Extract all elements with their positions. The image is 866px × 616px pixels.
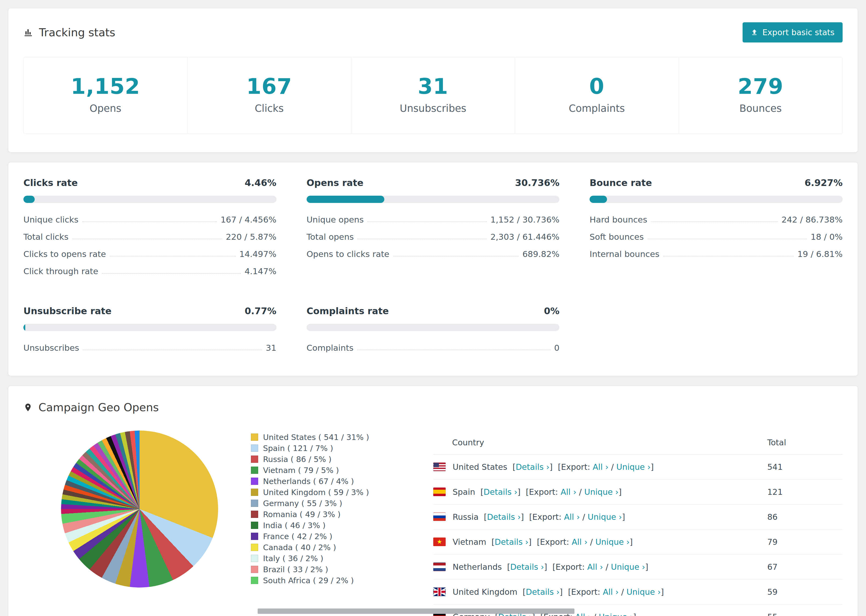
horizontal-scrollbar[interactable] xyxy=(258,608,575,614)
rate-row-value: 4.147% xyxy=(244,266,276,276)
country-name: Spain xyxy=(453,487,475,497)
rate-title: Bounce rate xyxy=(589,178,652,188)
export-label: Export: xyxy=(571,587,600,597)
export-all-link[interactable]: All › xyxy=(593,462,609,472)
rate-value: 0.77% xyxy=(245,306,277,316)
details-link[interactable]: Details › xyxy=(483,487,518,497)
country-cell: United Kingdom [Details ›] [Export: All … xyxy=(433,587,767,597)
rate-row: Hard bounces 242 / 86.738% xyxy=(589,211,842,228)
export-unique-link[interactable]: Unique › xyxy=(611,562,645,572)
export-unique-link[interactable]: Unique › xyxy=(595,537,630,547)
bracket: ] xyxy=(521,512,524,522)
legend-swatch xyxy=(251,577,258,584)
rate-row: Click through rate 4.147% xyxy=(24,262,277,280)
export-all-link[interactable]: All › xyxy=(575,612,591,616)
country-flag-icon xyxy=(433,462,446,471)
export-unique-link[interactable]: Unique › xyxy=(616,462,650,472)
rate-value: 30.736% xyxy=(515,178,559,188)
rate-title: Clicks rate xyxy=(24,178,78,188)
complaints-rate-block: Complaints rate 0% Complaints 0 xyxy=(307,306,560,357)
geo-pie-chart[interactable] xyxy=(61,431,218,588)
total-column-header: Total xyxy=(767,438,842,447)
dotted-leader xyxy=(72,239,222,239)
details-link[interactable]: Details › xyxy=(516,462,550,472)
bracket: [ xyxy=(558,462,561,472)
details-link[interactable]: Details › xyxy=(510,562,544,572)
legend-swatch xyxy=(251,511,258,518)
export-segment: [Export: All › / Unique ›] xyxy=(526,487,622,497)
details-link[interactable]: Details › xyxy=(526,587,560,597)
dotted-leader xyxy=(393,256,519,256)
legend-swatch xyxy=(251,544,258,551)
export-all-link[interactable]: All › xyxy=(587,562,603,572)
legend-item: Vietnam ( 79 / 5% ) xyxy=(251,465,412,476)
rate-row-value: 1,152 / 30.736% xyxy=(491,215,560,225)
bracket: ] xyxy=(661,587,664,597)
details-segment: [Details ›] xyxy=(484,512,524,522)
export-basic-stats-button[interactable]: Export basic stats xyxy=(743,22,842,42)
legend-label: India ( 46 / 3% ) xyxy=(263,521,326,530)
bar-chart-icon xyxy=(24,28,33,37)
export-all-link[interactable]: All › xyxy=(564,512,580,522)
bracket: ] xyxy=(645,562,649,572)
table-row: Vietnam [Details ›] [Export: All › / Uni… xyxy=(433,530,842,555)
bracket: ] xyxy=(633,612,636,616)
progress-bar xyxy=(589,196,842,203)
total-cell: 67 xyxy=(767,562,842,572)
bracket: [ xyxy=(568,587,571,597)
export-unique-link[interactable]: Unique › xyxy=(584,487,618,497)
country-flag-icon xyxy=(433,487,446,496)
bracket: [ xyxy=(553,562,556,572)
rate-rows: Hard bounces 242 / 86.738% Soft bounces … xyxy=(589,211,842,262)
legend-label: United Kingdom ( 59 / 3% ) xyxy=(263,488,369,497)
table-row: United States [Details ›] [Export: All ›… xyxy=(433,454,842,479)
legend-item: France ( 42 / 2% ) xyxy=(251,531,412,542)
export-icon xyxy=(751,29,758,36)
export-unique-link[interactable]: Unique › xyxy=(587,512,622,522)
legend-label: Spain ( 121 / 7% ) xyxy=(263,444,333,453)
export-all-link[interactable]: All › xyxy=(561,487,576,497)
legend-item: Germany ( 55 / 3% ) xyxy=(251,498,412,509)
progress-bar-fill xyxy=(24,324,25,331)
stat-label: Unsubscribes xyxy=(351,103,515,114)
export-all-link[interactable]: All › xyxy=(572,537,587,547)
geo-pie-legend: United States ( 541 / 31% ) Spain ( 121 … xyxy=(251,431,412,586)
details-link[interactable]: Details › xyxy=(487,512,521,522)
stat-label: Bounces xyxy=(679,103,842,114)
rate-row-label: Unique opens xyxy=(307,215,364,225)
progress-bar xyxy=(307,324,560,331)
rate-rows: Unique opens 1,152 / 30.736% Total opens… xyxy=(307,211,560,262)
legend-item: Spain ( 121 / 7% ) xyxy=(251,443,412,454)
stat-box: 167 Clicks xyxy=(187,57,351,134)
rate-row-label: Unique clicks xyxy=(24,215,79,225)
export-all-link[interactable]: All › xyxy=(603,587,619,597)
rate-row-value: 220 / 5.87% xyxy=(226,232,277,242)
bracket: ] xyxy=(650,462,654,472)
bracket: ] xyxy=(550,462,553,472)
rate-row-label: Soft bounces xyxy=(589,232,644,242)
geo-header: Campaign Geo Opens xyxy=(24,401,842,414)
rate-row: Total opens 2,303 / 61.446% xyxy=(307,228,560,245)
dotted-leader xyxy=(82,222,217,222)
rate-value: 0% xyxy=(544,306,560,316)
slash: / xyxy=(579,487,582,497)
progress-bar xyxy=(307,196,560,203)
slash: / xyxy=(611,462,614,472)
rate-row-label: Total opens xyxy=(307,232,354,242)
legend-label: Romania ( 49 / 3% ) xyxy=(263,510,340,519)
rate-row: Unsubscribes 31 xyxy=(24,339,277,357)
bounce-rate-block: Bounce rate 6.927% Hard bounces 242 / 86… xyxy=(589,178,842,280)
country-name: Netherlands xyxy=(453,562,502,572)
export-unique-link[interactable]: Unique › xyxy=(599,612,633,616)
legend-item: United Kingdom ( 59 / 3% ) xyxy=(251,487,412,498)
details-link[interactable]: Details › xyxy=(494,537,529,547)
legend-label: United States ( 541 / 31% ) xyxy=(263,433,369,442)
legend-swatch xyxy=(251,478,258,485)
bracket: [ xyxy=(537,537,540,547)
export-unique-link[interactable]: Unique › xyxy=(627,587,661,597)
total-cell: 59 xyxy=(767,587,842,597)
bracket: ] xyxy=(630,537,633,547)
total-cell: 55 xyxy=(767,612,842,616)
rate-row: Internal bounces 19 / 6.81% xyxy=(589,245,842,262)
total-cell: 79 xyxy=(767,537,842,547)
